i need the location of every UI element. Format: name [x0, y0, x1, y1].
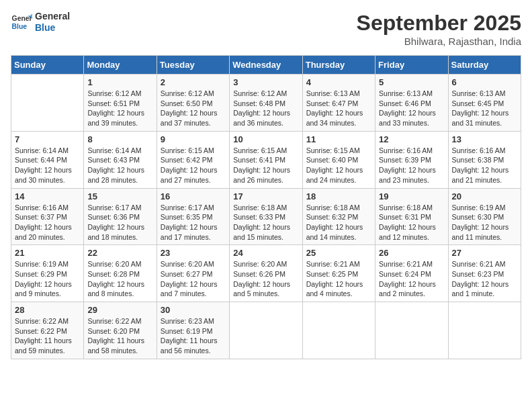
day-number: 26	[379, 248, 444, 258]
day-number: 13	[452, 134, 517, 144]
day-number: 18	[306, 191, 371, 201]
calendar-day-cell: 29Sunrise: 6:22 AM Sunset: 6:20 PM Dayli…	[84, 302, 157, 359]
weekday-header-cell: Monday	[84, 56, 157, 75]
calendar-day-cell	[11, 75, 84, 132]
weekday-header-cell: Friday	[375, 56, 448, 75]
day-info: Sunrise: 6:17 AM Sunset: 6:36 PM Dayligh…	[87, 203, 152, 242]
calendar-day-cell	[230, 302, 302, 359]
calendar-day-cell: 23Sunrise: 6:20 AM Sunset: 6:27 PM Dayli…	[157, 245, 229, 302]
day-info: Sunrise: 6:15 AM Sunset: 6:40 PM Dayligh…	[306, 146, 371, 185]
calendar-day-cell: 5Sunrise: 6:13 AM Sunset: 6:46 PM Daylig…	[375, 75, 448, 132]
calendar-day-cell: 15Sunrise: 6:17 AM Sunset: 6:36 PM Dayli…	[84, 188, 157, 245]
day-info: Sunrise: 6:21 AM Sunset: 6:24 PM Dayligh…	[379, 259, 444, 299]
calendar-week-row: 21Sunrise: 6:19 AM Sunset: 6:29 PM Dayli…	[11, 245, 521, 302]
title-area: September 2025 Bhilwara, Rajasthan, Indi…	[357, 11, 521, 47]
calendar-day-cell: 28Sunrise: 6:22 AM Sunset: 6:22 PM Dayli…	[11, 302, 84, 359]
day-info: Sunrise: 6:14 AM Sunset: 6:43 PM Dayligh…	[87, 146, 152, 185]
calendar-day-cell	[448, 302, 521, 359]
calendar-day-cell: 20Sunrise: 6:19 AM Sunset: 6:30 PM Dayli…	[448, 188, 521, 245]
day-info: Sunrise: 6:18 AM Sunset: 6:31 PM Dayligh…	[379, 203, 444, 242]
logo: General Blue General Blue	[11, 11, 70, 34]
day-info: Sunrise: 6:20 AM Sunset: 6:28 PM Dayligh…	[87, 259, 152, 299]
calendar-day-cell: 22Sunrise: 6:20 AM Sunset: 6:28 PM Dayli…	[84, 245, 157, 302]
weekday-header-cell: Saturday	[448, 56, 521, 75]
day-number: 17	[233, 191, 298, 201]
day-info: Sunrise: 6:15 AM Sunset: 6:41 PM Dayligh…	[233, 146, 298, 185]
day-number: 28	[15, 305, 80, 315]
day-info: Sunrise: 6:21 AM Sunset: 6:25 PM Dayligh…	[306, 259, 371, 299]
calendar-day-cell: 11Sunrise: 6:15 AM Sunset: 6:40 PM Dayli…	[302, 131, 375, 188]
calendar-day-cell: 13Sunrise: 6:16 AM Sunset: 6:38 PM Dayli…	[448, 131, 521, 188]
weekday-header-cell: Tuesday	[157, 56, 229, 75]
day-number: 25	[306, 248, 371, 258]
calendar-day-cell: 25Sunrise: 6:21 AM Sunset: 6:25 PM Dayli…	[302, 245, 375, 302]
calendar-day-cell: 21Sunrise: 6:19 AM Sunset: 6:29 PM Dayli…	[11, 245, 84, 302]
page-header: General Blue General Blue September 2025…	[11, 11, 521, 47]
calendar-day-cell: 24Sunrise: 6:20 AM Sunset: 6:26 PM Dayli…	[230, 245, 302, 302]
day-number: 8	[87, 134, 152, 144]
weekday-header-cell: Sunday	[11, 56, 84, 75]
weekday-header-row: SundayMondayTuesdayWednesdayThursdayFrid…	[11, 56, 521, 75]
day-info: Sunrise: 6:12 AM Sunset: 6:51 PM Dayligh…	[87, 89, 152, 128]
day-number: 20	[452, 191, 517, 201]
day-number: 1	[87, 77, 152, 87]
calendar-day-cell	[375, 302, 448, 359]
day-number: 3	[233, 77, 298, 87]
calendar-day-cell	[302, 302, 375, 359]
calendar-day-cell: 14Sunrise: 6:16 AM Sunset: 6:37 PM Dayli…	[11, 188, 84, 245]
location-subtitle: Bhilwara, Rajasthan, India	[357, 36, 521, 47]
calendar-day-cell: 9Sunrise: 6:15 AM Sunset: 6:42 PM Daylig…	[157, 131, 229, 188]
calendar-day-cell: 19Sunrise: 6:18 AM Sunset: 6:31 PM Dayli…	[375, 188, 448, 245]
calendar-week-row: 7Sunrise: 6:14 AM Sunset: 6:44 PM Daylig…	[11, 131, 521, 188]
day-info: Sunrise: 6:12 AM Sunset: 6:48 PM Dayligh…	[233, 89, 298, 128]
day-info: Sunrise: 6:14 AM Sunset: 6:44 PM Dayligh…	[15, 146, 80, 185]
calendar-table: SundayMondayTuesdayWednesdayThursdayFrid…	[11, 55, 521, 359]
day-number: 15	[87, 191, 152, 201]
day-number: 16	[161, 191, 226, 201]
day-info: Sunrise: 6:13 AM Sunset: 6:47 PM Dayligh…	[306, 89, 371, 128]
logo-line2: Blue	[35, 22, 70, 34]
day-info: Sunrise: 6:22 AM Sunset: 6:20 PM Dayligh…	[87, 316, 152, 356]
day-info: Sunrise: 6:23 AM Sunset: 6:19 PM Dayligh…	[161, 316, 226, 356]
calendar-day-cell: 4Sunrise: 6:13 AM Sunset: 6:47 PM Daylig…	[302, 75, 375, 132]
day-number: 29	[87, 305, 152, 315]
weekday-header-cell: Wednesday	[230, 56, 302, 75]
day-info: Sunrise: 6:19 AM Sunset: 6:29 PM Dayligh…	[15, 259, 80, 299]
day-number: 7	[15, 134, 80, 144]
calendar-day-cell: 1Sunrise: 6:12 AM Sunset: 6:51 PM Daylig…	[84, 75, 157, 132]
day-info: Sunrise: 6:13 AM Sunset: 6:46 PM Dayligh…	[379, 89, 444, 128]
day-number: 30	[161, 305, 226, 315]
day-info: Sunrise: 6:12 AM Sunset: 6:50 PM Dayligh…	[161, 89, 226, 128]
calendar-body: 1Sunrise: 6:12 AM Sunset: 6:51 PM Daylig…	[11, 75, 521, 359]
month-title: September 2025	[357, 11, 521, 36]
day-info: Sunrise: 6:16 AM Sunset: 6:37 PM Dayligh…	[15, 203, 80, 242]
logo-icon: General Blue	[11, 11, 32, 33]
day-number: 12	[379, 134, 444, 144]
calendar-day-cell: 26Sunrise: 6:21 AM Sunset: 6:24 PM Dayli…	[375, 245, 448, 302]
day-number: 6	[452, 77, 517, 87]
calendar-day-cell: 17Sunrise: 6:18 AM Sunset: 6:33 PM Dayli…	[230, 188, 302, 245]
day-info: Sunrise: 6:15 AM Sunset: 6:42 PM Dayligh…	[161, 146, 226, 185]
weekday-header-cell: Thursday	[302, 56, 375, 75]
day-info: Sunrise: 6:17 AM Sunset: 6:35 PM Dayligh…	[161, 203, 226, 242]
day-number: 19	[379, 191, 444, 201]
day-info: Sunrise: 6:22 AM Sunset: 6:22 PM Dayligh…	[15, 316, 80, 356]
day-info: Sunrise: 6:19 AM Sunset: 6:30 PM Dayligh…	[452, 203, 517, 242]
calendar-day-cell: 10Sunrise: 6:15 AM Sunset: 6:41 PM Dayli…	[230, 131, 302, 188]
calendar-day-cell: 27Sunrise: 6:21 AM Sunset: 6:23 PM Dayli…	[448, 245, 521, 302]
svg-text:Blue: Blue	[12, 22, 28, 30]
day-number: 23	[161, 248, 226, 258]
day-info: Sunrise: 6:16 AM Sunset: 6:38 PM Dayligh…	[452, 146, 517, 185]
calendar-week-row: 1Sunrise: 6:12 AM Sunset: 6:51 PM Daylig…	[11, 75, 521, 132]
day-number: 22	[87, 248, 152, 258]
day-info: Sunrise: 6:20 AM Sunset: 6:26 PM Dayligh…	[233, 259, 298, 299]
calendar-week-row: 14Sunrise: 6:16 AM Sunset: 6:37 PM Dayli…	[11, 188, 521, 245]
day-number: 27	[452, 248, 517, 258]
day-info: Sunrise: 6:21 AM Sunset: 6:23 PM Dayligh…	[452, 259, 517, 299]
day-info: Sunrise: 6:16 AM Sunset: 6:39 PM Dayligh…	[379, 146, 444, 185]
day-number: 21	[15, 248, 80, 258]
calendar-week-row: 28Sunrise: 6:22 AM Sunset: 6:22 PM Dayli…	[11, 302, 521, 359]
day-info: Sunrise: 6:18 AM Sunset: 6:32 PM Dayligh…	[306, 203, 371, 242]
calendar-day-cell: 30Sunrise: 6:23 AM Sunset: 6:19 PM Dayli…	[157, 302, 229, 359]
day-info: Sunrise: 6:18 AM Sunset: 6:33 PM Dayligh…	[233, 203, 298, 242]
